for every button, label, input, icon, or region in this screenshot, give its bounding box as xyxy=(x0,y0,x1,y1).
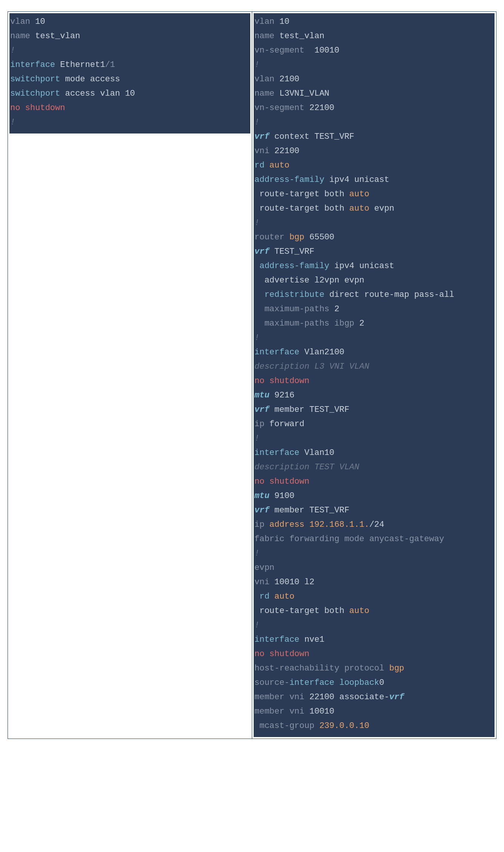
code-token: 10 xyxy=(279,17,289,26)
code-token: auto xyxy=(274,592,295,601)
code-token: ! xyxy=(254,549,259,558)
code-token: direct route-map pass-all xyxy=(329,290,454,300)
code-line: interface nve1 xyxy=(254,633,495,647)
code-token: /24 xyxy=(369,520,385,529)
code-line: address-family ipv4 unicast xyxy=(254,173,495,187)
code-token: 22100 xyxy=(309,692,339,702)
code-token: ! xyxy=(10,46,15,55)
code-token: no shutdown xyxy=(254,376,309,386)
code-line: no shutdown xyxy=(254,374,495,388)
code-line: mtu 9100 xyxy=(254,489,495,503)
code-token: l2 xyxy=(304,577,314,587)
code-token: mcast-group xyxy=(254,721,319,731)
code-token: Vlan10 xyxy=(304,448,334,458)
code-token: vni xyxy=(254,577,274,587)
code-line: route-target both auto xyxy=(254,187,495,202)
code-token: interface xyxy=(10,60,60,70)
code-token: forward xyxy=(270,419,304,429)
code-line: name test_vlan xyxy=(9,29,250,43)
code-token: 22100 xyxy=(274,146,299,156)
code-token: name xyxy=(10,31,35,41)
code-line: interface Vlan2100 xyxy=(254,345,495,360)
code-token: switchport xyxy=(10,74,65,84)
code-line: evpn xyxy=(254,561,495,575)
code-token: ! xyxy=(254,621,259,630)
code-token: description TEST VLAN xyxy=(254,462,359,472)
code-token: auto xyxy=(270,161,290,170)
code-token: 0 xyxy=(379,678,384,687)
code-token: 10010 xyxy=(274,577,304,587)
code-token: mtu xyxy=(254,391,270,400)
code-token: 9100 xyxy=(270,491,295,501)
code-token: 2100 xyxy=(279,74,299,84)
code-line: ! xyxy=(254,331,495,345)
code-line: vrf member TEST_VRF xyxy=(254,503,495,518)
code-token: rd xyxy=(254,592,274,601)
code-line: host-reachability protocol bgp xyxy=(254,661,495,676)
code-line: ip address 192.168.1.1./24 xyxy=(254,518,495,532)
code-token: member TEST_VRF xyxy=(270,506,349,515)
code-token: route-target both xyxy=(254,606,349,616)
code-token: ip xyxy=(254,520,270,529)
code-token: evpn xyxy=(254,563,274,573)
code-token: interface xyxy=(254,448,304,458)
code-token: 22100 xyxy=(309,103,334,113)
code-token: auto xyxy=(349,606,369,616)
code-token: vlan xyxy=(254,17,279,26)
code-token: interface loopback xyxy=(289,678,379,687)
code-token: switchport xyxy=(10,89,65,98)
code-token: access vlan xyxy=(65,89,125,98)
code-line: name L3VNI_VLAN xyxy=(254,87,495,101)
code-token: address 192.168.1.1. xyxy=(270,520,369,529)
code-line: switchport mode access xyxy=(9,72,250,87)
code-token: bgp xyxy=(289,233,304,242)
code-line: interface Vlan10 xyxy=(254,446,495,460)
code-token: vn-segment xyxy=(254,46,314,55)
code-token: name xyxy=(254,89,279,98)
code-token: 65500 xyxy=(304,233,334,242)
code-line: rd auto xyxy=(254,590,495,604)
code-line: ! xyxy=(9,43,250,58)
code-token: no shutdown xyxy=(10,103,65,113)
code-token: context TEST_VRF xyxy=(270,132,354,141)
code-token: ! xyxy=(254,434,259,443)
code-line: ! xyxy=(254,546,495,561)
code-line: source-interface loopback0 xyxy=(254,676,495,690)
code-line: vrf member TEST_VRF xyxy=(254,403,495,417)
code-token: member vni xyxy=(254,707,309,716)
code-token: 239.0.0.10 xyxy=(319,721,369,731)
right-code-block: vlan 10name test_vlanvn-segment 10010!vl… xyxy=(254,13,495,737)
code-line: vlan 2100 xyxy=(254,72,495,87)
code-token: ! xyxy=(10,118,15,127)
code-token: Vlan2100 xyxy=(304,348,344,357)
code-token: ip xyxy=(254,419,270,429)
code-token: interface xyxy=(254,635,304,644)
code-line: ! xyxy=(254,58,495,72)
code-line: name test_vlan xyxy=(254,29,495,43)
code-line: vlan 10 xyxy=(254,15,495,29)
code-token: no shutdown xyxy=(254,477,309,486)
code-token: ipv4 unicast xyxy=(329,175,389,185)
code-token: rd xyxy=(254,161,270,170)
code-token: member TEST_VRF xyxy=(270,405,349,414)
code-token: bgp xyxy=(389,664,404,673)
code-token: vn-segment xyxy=(254,103,309,113)
code-line: vni 10010 l2 xyxy=(254,575,495,590)
code-token: /1 xyxy=(105,60,115,70)
code-token: router xyxy=(254,233,289,242)
code-token: vlan xyxy=(254,74,279,84)
code-token: ! xyxy=(254,218,259,228)
code-token: vrf xyxy=(389,692,404,702)
code-line: no shutdown xyxy=(9,101,250,115)
code-line: maximum-paths ibgp 2 xyxy=(254,317,495,331)
code-token: advertise l2vpn evpn xyxy=(254,276,364,285)
code-token: 10 xyxy=(125,89,135,98)
code-line: fabric forwarding mode anycast-gateway xyxy=(254,532,495,546)
code-line: description L3 VNI VLAN xyxy=(254,360,495,374)
code-token: 10 xyxy=(35,17,45,26)
code-token: 9216 xyxy=(270,391,295,400)
code-line: ip forward xyxy=(254,417,495,431)
code-token: TEST_VRF xyxy=(270,247,315,256)
code-token: test_vlan xyxy=(35,31,80,41)
code-token: ! xyxy=(254,118,259,127)
